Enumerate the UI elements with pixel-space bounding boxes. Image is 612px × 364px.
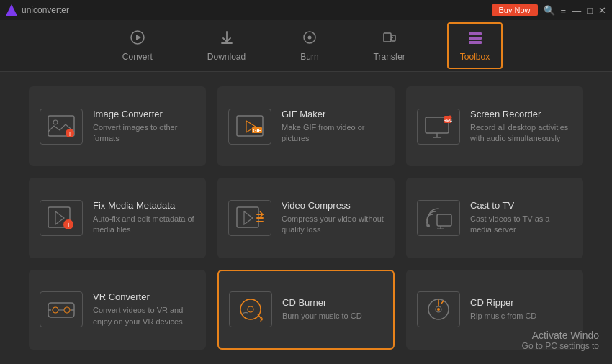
cast-tv-icon: [417, 200, 460, 236]
svg-point-29: [53, 307, 58, 313]
tool-card-screen-recorder[interactable]: REC Screen Recorder Record all desktop a…: [406, 86, 583, 166]
gif-maker-info: GIF Maker Make GIF from video or picture…: [282, 109, 384, 145]
svg-point-10: [53, 120, 58, 124]
convert-icon: [130, 29, 145, 49]
tool-card-cast-tv[interactable]: Cast to TV Cast videos to TV as a media …: [406, 178, 583, 258]
burn-icon: [302, 29, 318, 49]
svg-text:i: i: [68, 221, 70, 229]
activate-watermark: Activate Windo Go to PC settings to: [522, 329, 599, 351]
video-compress-desc: Compress your video without quality loss: [282, 214, 384, 236]
fix-media-title: Fix Media Metadata: [93, 200, 195, 211]
app-logo-icon: [6, 4, 17, 16]
svg-marker-26: [244, 211, 253, 224]
tool-card-video-compress[interactable]: Video Compress Compress your video witho…: [217, 178, 395, 258]
cd-burner-info: CD Burner Burn your music to CD: [282, 297, 362, 322]
svg-point-20: [449, 115, 452, 119]
svg-point-30: [64, 307, 70, 313]
gif-maker-icon: GIF: [228, 109, 271, 145]
cd-ripper-icon: [417, 291, 460, 327]
svg-marker-1: [136, 35, 141, 40]
buy-now-button[interactable]: Buy Now: [492, 4, 538, 16]
nav-label-download: Download: [207, 52, 246, 62]
svg-rect-25: [237, 207, 258, 227]
fix-media-info: Fix Media Metadata Auto-fix and edit met…: [93, 200, 195, 236]
video-compress-info: Video Compress Compress your video witho…: [282, 200, 384, 236]
cd-ripper-desc: Rip music from CD: [470, 311, 536, 322]
fix-media-desc: Auto-fix and edit metadata of media file…: [93, 214, 195, 236]
nav-item-transfer[interactable]: Transfer: [361, 22, 418, 69]
svg-text:♪: ♪: [259, 314, 264, 323]
menu-icon[interactable]: ≡: [561, 5, 567, 16]
cd-burner-title: CD Burner: [282, 297, 362, 308]
nav-label-transfer: Transfer: [374, 52, 405, 62]
svg-text:!: !: [69, 130, 71, 137]
maximize-icon[interactable]: □: [587, 5, 593, 16]
search-icon[interactable]: 🔍: [544, 5, 555, 16]
nav-item-download[interactable]: Download: [194, 22, 258, 69]
cd-ripper-title: CD Ripper: [470, 297, 536, 308]
vr-converter-title: VR Converter: [93, 291, 195, 302]
nav-item-burn[interactable]: Burn: [287, 22, 331, 69]
tool-card-cd-burner[interactable]: ♪ CD Burner Burn your music to CD: [217, 270, 395, 350]
svg-rect-6: [469, 32, 482, 35]
svg-text:GIF: GIF: [253, 128, 261, 133]
svg-rect-7: [469, 37, 482, 40]
nav-label-convert: Convert: [122, 52, 153, 62]
svg-marker-22: [55, 211, 64, 224]
tools-grid: ! Image Converter Convert images to othe…: [0, 72, 612, 364]
tool-card-vr-converter[interactable]: VR Converter Convert videos to VR and en…: [29, 270, 206, 350]
vr-converter-desc: Convert videos to VR and enjoy on your V…: [93, 305, 195, 327]
video-compress-icon: [228, 200, 271, 236]
svg-rect-5: [392, 35, 395, 41]
watermark-line2: Go to PC settings to: [522, 341, 599, 351]
svg-rect-8: [469, 41, 482, 44]
cd-ripper-info: CD Ripper Rip music from CD: [470, 297, 536, 322]
close-icon[interactable]: ✕: [598, 5, 606, 16]
nav-label-burn: Burn: [300, 52, 318, 62]
image-converter-icon: !: [40, 109, 83, 145]
tool-card-gif-maker[interactable]: GIF GIF Maker Make GIF from video or pic…: [217, 86, 395, 166]
minimize-icon[interactable]: —: [572, 5, 581, 16]
nav-label-toolbox: Toolbox: [460, 52, 490, 62]
transfer-icon: [382, 29, 397, 49]
vr-converter-icon: [40, 291, 83, 327]
image-converter-title: Image Converter: [93, 109, 195, 119]
app-title: uniconverter: [22, 5, 69, 15]
title-bar-left: uniconverter: [6, 4, 69, 16]
cast-tv-desc: Cast videos to TV as a media server: [470, 214, 572, 236]
svg-point-28: [427, 224, 430, 227]
download-icon: [219, 29, 235, 49]
watermark-line1: Activate Windo: [522, 329, 599, 341]
svg-point-3: [307, 36, 311, 40]
image-converter-info: Image Converter Convert images to other …: [93, 109, 195, 145]
svg-point-32: [248, 306, 253, 312]
tool-card-image-converter[interactable]: ! Image Converter Convert images to othe…: [29, 86, 206, 166]
title-bar: uniconverter Buy Now 🔍 ≡ — □ ✕: [0, 0, 612, 20]
cast-tv-title: Cast to TV: [470, 200, 572, 211]
screen-recorder-desc: Record all desktop activities with audio…: [470, 122, 572, 145]
vr-converter-info: VR Converter Convert videos to VR and en…: [93, 291, 195, 327]
nav-item-toolbox[interactable]: Toolbox: [447, 22, 503, 69]
toolbox-icon: [467, 29, 483, 49]
svg-text:REC: REC: [444, 118, 453, 122]
svg-point-31: [240, 299, 261, 319]
nav-bar: Convert Download Burn Tran: [0, 20, 612, 72]
nav-item-convert[interactable]: Convert: [109, 22, 166, 69]
svg-rect-4: [384, 33, 391, 42]
screen-recorder-icon: REC: [417, 109, 460, 145]
video-compress-title: Video Compress: [282, 200, 384, 211]
cast-tv-info: Cast to TV Cast videos to TV as a media …: [470, 200, 572, 236]
tool-card-fix-media[interactable]: i Fix Media Metadata Auto-fix and edit m…: [29, 178, 206, 258]
svg-rect-27: [437, 214, 451, 226]
image-converter-desc: Convert images to other formats: [93, 122, 195, 145]
svg-point-36: [437, 308, 440, 311]
screen-recorder-title: Screen Recorder: [470, 109, 572, 119]
gif-maker-desc: Make GIF from video or pictures: [282, 122, 384, 145]
screen-recorder-info: Screen Recorder Record all desktop activ…: [470, 109, 572, 145]
cd-burner-icon: ♪: [229, 291, 272, 327]
fix-media-icon: i: [40, 200, 83, 236]
gif-maker-title: GIF Maker: [282, 109, 384, 119]
title-bar-right: Buy Now 🔍 ≡ — □ ✕: [492, 4, 606, 16]
cd-burner-desc: Burn your music to CD: [282, 311, 362, 322]
